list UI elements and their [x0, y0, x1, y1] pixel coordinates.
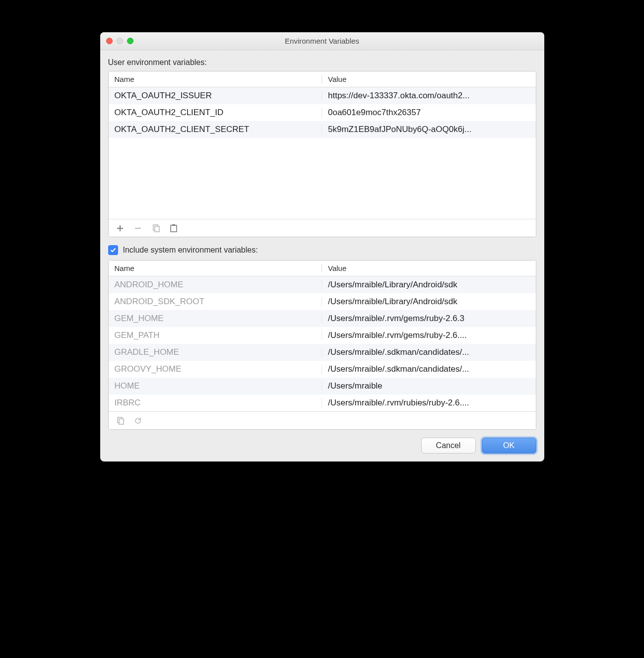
cell-value: /Users/mraible/.rvm/gems/ruby-2.6....: [322, 330, 536, 340]
minimize-icon: [117, 38, 123, 44]
column-header-value[interactable]: Value: [322, 264, 536, 272]
table-row[interactable]: GEM_HOME /Users/mraible/.rvm/gems/ruby-2…: [109, 310, 536, 327]
cell-name: GEM_PATH: [109, 330, 322, 340]
cell-name: ANDROID_SDK_ROOT: [109, 297, 322, 307]
add-icon[interactable]: [116, 224, 125, 233]
user-vars-rows: OKTA_OAUTH2_ISSUER https://dev-133337.ok…: [109, 87, 536, 219]
cell-name: ANDROID_HOME: [109, 280, 322, 290]
cell-value: /Users/mraible/.rvm/gems/ruby-2.6.3: [322, 314, 536, 324]
cell-name[interactable]: OKTA_OAUTH2_ISSUER: [109, 91, 322, 101]
include-system-label: Include system environment variables:: [123, 246, 258, 255]
cell-value: /Users/mraible/.sdkman/candidates/...: [322, 347, 536, 357]
cell-name: GEM_HOME: [109, 314, 322, 324]
remove-icon[interactable]: [133, 224, 142, 233]
dialog-content: User environment variables: Name Value O…: [100, 50, 544, 461]
column-header-name[interactable]: Name: [109, 75, 322, 83]
paste-icon[interactable]: [169, 224, 178, 233]
include-system-checkbox[interactable]: [108, 245, 118, 255]
table-row[interactable]: OKTA_OAUTH2_ISSUER https://dev-133337.ok…: [109, 87, 536, 104]
column-header-name[interactable]: Name: [109, 264, 322, 272]
table-row[interactable]: GEM_PATH /Users/mraible/.rvm/gems/ruby-2…: [109, 327, 536, 344]
table-row[interactable]: ANDROID_SDK_ROOT /Users/mraible/Library/…: [109, 293, 536, 310]
include-system-row: Include system environment variables:: [108, 245, 536, 255]
revert-icon[interactable]: [133, 416, 142, 425]
cell-name[interactable]: OKTA_OAUTH2_CLIENT_SECRET: [109, 125, 322, 134]
svg-rect-3: [172, 224, 175, 226]
close-icon[interactable]: [106, 38, 113, 44]
dialog-buttons: Cancel OK: [108, 438, 536, 454]
maximize-icon[interactable]: [127, 38, 133, 44]
user-vars-table: Name Value OKTA_OAUTH2_ISSUER https://de…: [108, 71, 536, 237]
user-vars-toolbar: [109, 219, 536, 237]
cell-value[interactable]: 0oa601e9moc7thx26357: [322, 108, 536, 118]
table-row[interactable]: OKTA_OAUTH2_CLIENT_ID 0oa601e9moc7thx263…: [109, 104, 536, 121]
table-row[interactable]: GRADLE_HOME /Users/mraible/.sdkman/candi…: [109, 344, 536, 361]
cell-name: HOME: [109, 381, 322, 391]
window-title: Environment Variables: [100, 37, 544, 45]
table-row[interactable]: GROOVY_HOME /Users/mraible/.sdkman/candi…: [109, 361, 536, 378]
table-row[interactable]: ANDROID_HOME /Users/mraible/Library/Andr…: [109, 276, 536, 293]
cell-value: /Users/mraible/Library/Android/sdk: [322, 280, 536, 290]
table-header: Name Value: [109, 71, 536, 87]
svg-rect-2: [171, 225, 177, 232]
titlebar: Environment Variables: [100, 32, 544, 50]
cell-value: /Users/mraible/.sdkman/candidates/...: [322, 364, 536, 374]
cell-name: IRBRC: [109, 398, 322, 408]
cell-name: GRADLE_HOME: [109, 347, 322, 357]
cell-value[interactable]: 5k9mZ1EB9afJPoNUby6Q-aOQ0k6j...: [322, 125, 536, 134]
cell-value: /Users/mraible/.rvm/rubies/ruby-2.6....: [322, 398, 536, 408]
env-vars-dialog: Environment Variables User environment v…: [100, 32, 544, 461]
system-vars-table: Name Value ANDROID_HOME /Users/mraible/L…: [108, 260, 536, 430]
cell-value: /Users/mraible/Library/Android/sdk: [322, 297, 536, 307]
ok-button[interactable]: OK: [482, 438, 536, 454]
cell-value: /Users/mraible: [322, 381, 536, 391]
table-row[interactable]: OKTA_OAUTH2_CLIENT_SECRET 5k9mZ1EB9afJPo…: [109, 121, 536, 138]
cancel-button[interactable]: Cancel: [421, 438, 476, 454]
svg-rect-1: [155, 226, 159, 232]
user-vars-label: User environment variables:: [108, 58, 536, 67]
system-vars-toolbar: [109, 411, 536, 429]
cell-value[interactable]: https://dev-133337.okta.com/oauth2...: [322, 91, 536, 101]
copy-icon[interactable]: [151, 224, 160, 233]
svg-rect-5: [119, 419, 124, 424]
table-header: Name Value: [109, 261, 536, 276]
cell-name[interactable]: OKTA_OAUTH2_CLIENT_ID: [109, 108, 322, 118]
cell-name: GROOVY_HOME: [109, 364, 322, 374]
table-row[interactable]: HOME /Users/mraible: [109, 378, 536, 395]
copy-icon[interactable]: [116, 416, 125, 425]
column-header-value[interactable]: Value: [322, 75, 536, 83]
traffic-lights: [100, 38, 133, 44]
table-row[interactable]: IRBRC /Users/mraible/.rvm/rubies/ruby-2.…: [109, 395, 536, 411]
system-vars-rows: ANDROID_HOME /Users/mraible/Library/Andr…: [109, 276, 536, 411]
